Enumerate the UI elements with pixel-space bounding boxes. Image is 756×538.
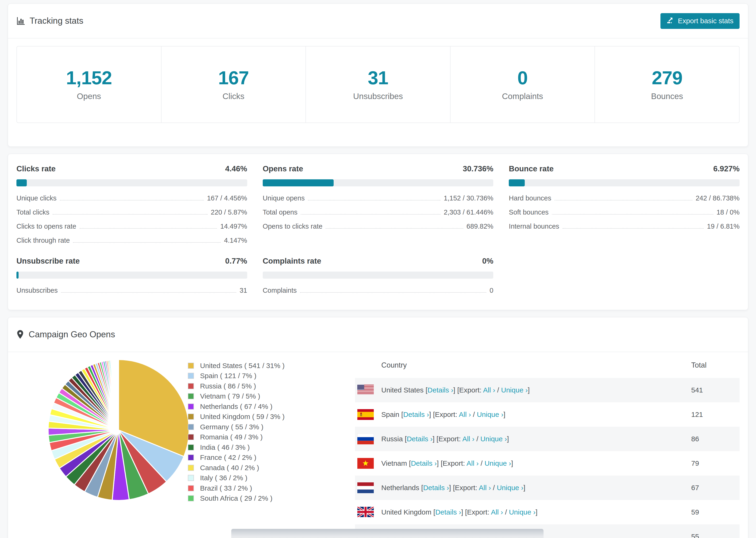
legend-item: Spain ( 121 / 7% )	[188, 371, 332, 381]
rate-detail-value: 220 / 5.87%	[211, 208, 247, 216]
legend-label: Italy ( 36 / 2% )	[200, 474, 247, 482]
dotted-leader	[300, 292, 486, 293]
legend-swatch	[188, 404, 194, 409]
legend-swatch	[188, 495, 194, 501]
rate-detail-label: Hard bounces	[509, 194, 551, 202]
rate-detail-row: Unique opens 1,152 / 30.736%	[263, 194, 494, 202]
rate-detail-label: Total clicks	[17, 208, 49, 216]
export-all-link[interactable]: All ›	[466, 459, 479, 467]
rate-detail-value: 19 / 6.81%	[707, 223, 739, 230]
legend-item: United States ( 541 / 31% )	[188, 360, 332, 371]
unsubscribes-count: 31	[306, 67, 450, 89]
geo-table-header: Country Total	[355, 352, 739, 378]
export-unique-link[interactable]: Unique ›	[501, 386, 527, 394]
dotted-leader	[555, 200, 692, 200]
stat-clicks: 167 Clicks	[162, 46, 306, 123]
opens-rate-value: 30.736%	[463, 164, 493, 173]
country-flag-icon	[357, 385, 374, 396]
country-name: Spain	[381, 410, 401, 418]
geo-content: United States ( 541 / 31% ) Spain ( 121 …	[8, 352, 748, 538]
legend-label: Canada ( 40 / 2% )	[200, 464, 259, 472]
export-all-link[interactable]: All ›	[491, 508, 503, 516]
complaints-rate-progressbar	[263, 272, 494, 279]
rate-detail-value: 242 / 86.738%	[696, 194, 739, 202]
table-row: Netherlands [Details ›] [Export: All › /…	[355, 476, 739, 500]
tracking-stats-card: Tracking stats Export basic stats 1,152 …	[8, 4, 748, 147]
rate-detail-row: Click through rate 4.147%	[17, 237, 247, 244]
legend-item: Romania ( 49 / 3% )	[188, 432, 332, 443]
export-all-link[interactable]: All ›	[462, 435, 474, 443]
details-link[interactable]: Details ›	[428, 386, 453, 394]
horizontal-scrollbar[interactable]	[231, 529, 544, 538]
legend-item: United Kingdom ( 59 / 3% )	[188, 412, 332, 422]
bounce-rate-title: Bounce rate	[509, 164, 554, 173]
dotted-leader	[53, 214, 207, 215]
legend-label: France ( 42 / 2% )	[200, 454, 256, 461]
export-unique-link[interactable]: Unique ›	[497, 484, 523, 492]
details-link[interactable]: Details ›	[423, 484, 449, 492]
complaints-rate-title: Complaints rate	[263, 256, 321, 265]
country-name: United Kingdom	[381, 508, 433, 516]
rate-detail-label: Opens to clicks rate	[263, 223, 323, 230]
map-pin-icon	[17, 330, 24, 339]
country-total: 121	[691, 410, 739, 418]
bounce-rate-block: Bounce rate 6.927% Hard bounces 242 / 86…	[509, 164, 739, 244]
legend-swatch	[188, 475, 194, 481]
column-total: Total	[691, 361, 739, 369]
export-unique-link[interactable]: Unique ›	[509, 508, 536, 516]
country-name: Netherlands	[381, 484, 421, 492]
rate-detail-row: Hard bounces 242 / 86.738%	[509, 194, 739, 202]
rate-detail-row: Total opens 2,303 / 61.446%	[263, 208, 494, 216]
opens-rate-title: Opens rate	[263, 164, 303, 173]
details-link[interactable]: Details ›	[403, 410, 429, 418]
clicks-rate-title: Clicks rate	[17, 164, 56, 173]
rate-detail-label: Unsubscribes	[17, 287, 58, 295]
bounces-count: 279	[595, 67, 739, 89]
rate-detail-label: Click through rate	[17, 237, 70, 244]
export-unique-link[interactable]: Unique ›	[477, 410, 503, 418]
legend-label: Russia ( 86 / 5% )	[200, 382, 256, 390]
export-all-link[interactable]: All ›	[459, 410, 471, 418]
rate-detail-value: 31	[240, 287, 247, 295]
legend-label: Romania ( 49 / 3% )	[200, 433, 263, 441]
country-name: Vietnam	[381, 459, 409, 467]
details-link[interactable]: Details ›	[411, 459, 437, 467]
country-total: 79	[691, 459, 739, 467]
complaints-count: 0	[451, 67, 595, 89]
export-basic-stats-button[interactable]: Export basic stats	[661, 13, 739, 29]
legend-swatch	[188, 373, 194, 379]
dotted-leader	[60, 200, 204, 200]
export-all-link[interactable]: All ›	[479, 484, 491, 492]
clicks-rate-block: Clicks rate 4.46% Unique clicks 167 / 4.…	[17, 164, 247, 244]
rate-detail-row: Clicks to opens rate 14.497%	[17, 223, 247, 230]
unsubscribe-rate-value: 0.77%	[225, 256, 247, 265]
legend-swatch	[188, 424, 194, 430]
country-total: 86	[691, 435, 739, 443]
export-all-link[interactable]: All ›	[483, 386, 495, 394]
legend-item: Russia ( 86 / 5% )	[188, 381, 332, 391]
legend-label: Vietnam ( 79 / 5% )	[200, 392, 260, 400]
legend-swatch	[188, 363, 194, 369]
legend-swatch	[188, 444, 194, 451]
export-unique-link[interactable]: Unique ›	[485, 459, 511, 467]
column-country: Country	[381, 361, 407, 369]
country-flag-icon	[357, 482, 374, 493]
legend-swatch	[188, 485, 194, 491]
country-name: United States	[381, 386, 425, 394]
rate-detail-label: Internal bounces	[509, 223, 559, 230]
legend-item: Italy ( 36 / 2% )	[188, 473, 332, 483]
rate-detail-value: 0	[490, 287, 493, 295]
rate-detail-row: Opens to clicks rate 689.82%	[263, 223, 494, 230]
rate-detail-label: Total opens	[263, 208, 297, 216]
country-total: 67	[691, 484, 739, 492]
rate-detail-row: Unsubscribes 31	[17, 287, 247, 295]
rate-detail-value: 1,152 / 30.736%	[444, 194, 493, 202]
details-link[interactable]: Details ›	[435, 508, 461, 516]
details-link[interactable]: Details ›	[406, 435, 432, 443]
table-row: Spain [Details ›] [Export: All › / Uniqu…	[355, 402, 739, 427]
campaign-geo-opens-card: Campaign Geo Opens United States ( 541 /…	[8, 317, 748, 538]
page-title: Tracking stats	[29, 16, 83, 26]
dotted-leader	[301, 214, 441, 215]
export-unique-link[interactable]: Unique ›	[480, 435, 507, 443]
rate-detail-row: Complaints 0	[263, 287, 494, 295]
